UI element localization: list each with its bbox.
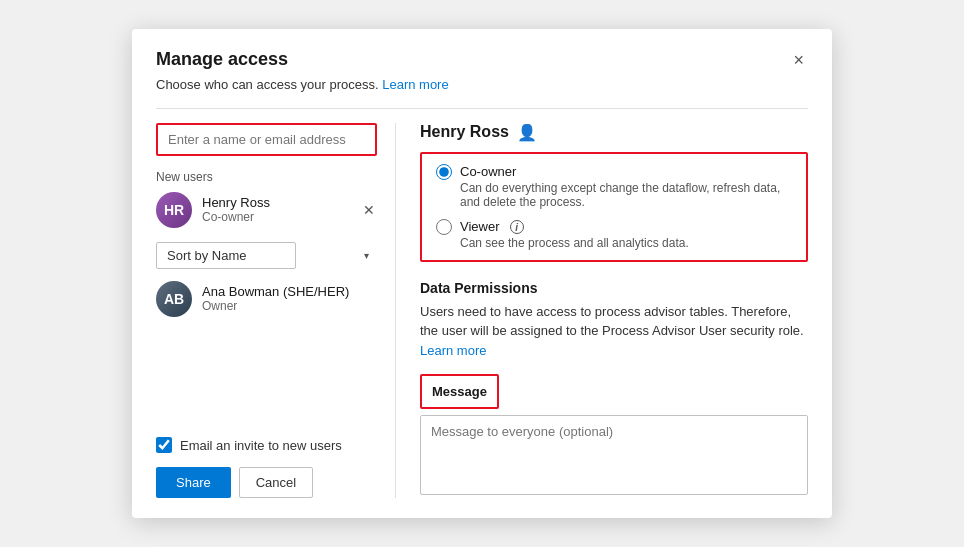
role-viewer-radio[interactable] xyxy=(436,219,452,235)
role-viewer-desc: Can see the process and all analytics da… xyxy=(460,236,792,250)
role-viewer-row: Viewer i xyxy=(436,219,792,235)
remove-henry-button[interactable]: ✕ xyxy=(361,200,377,220)
user-info-henry: Henry Ross Co-owner xyxy=(202,195,361,224)
role-coowner-radio[interactable] xyxy=(436,164,452,180)
email-invite-row: Email an invite to new users xyxy=(156,437,377,453)
user-role-ana: Owner xyxy=(202,299,377,313)
user-info-ana: Ana Bowman (SHE/HER) Owner xyxy=(202,284,377,313)
message-label: Message xyxy=(432,384,487,399)
left-bottom: Email an invite to new users Share Cance… xyxy=(156,423,377,498)
share-button[interactable]: Share xyxy=(156,467,231,498)
cancel-button[interactable]: Cancel xyxy=(239,467,313,498)
role-coowner-desc: Can do everything except change the data… xyxy=(460,181,792,209)
data-permissions-learn-more-link[interactable]: Learn more xyxy=(420,343,486,358)
user-item-ana: AB Ana Bowman (SHE/HER) Owner xyxy=(156,281,377,317)
person-icon: 👤 xyxy=(517,123,537,142)
search-input[interactable] xyxy=(158,125,375,154)
subtitle: Choose who can access your process. Lear… xyxy=(156,77,808,92)
close-button[interactable]: × xyxy=(789,49,808,71)
main-layout: New users HR Henry Ross Co-owner ✕ Sort … xyxy=(156,123,808,499)
data-permissions-text: Users need to have access to process adv… xyxy=(420,302,808,361)
left-panel: New users HR Henry Ross Co-owner ✕ Sort … xyxy=(156,123,396,499)
message-textarea[interactable] xyxy=(420,415,808,495)
role-coowner-label[interactable]: Co-owner xyxy=(460,164,516,179)
avatar-henry: HR xyxy=(156,192,192,228)
manage-access-dialog: Manage access × Choose who can access yo… xyxy=(132,29,832,519)
viewer-info-icon: i xyxy=(510,220,524,234)
button-row: Share Cancel xyxy=(156,467,377,498)
search-input-wrapper xyxy=(156,123,377,156)
email-invite-label[interactable]: Email an invite to new users xyxy=(180,438,342,453)
role-selection-box: Co-owner Can do everything except change… xyxy=(420,152,808,262)
role-viewer-label[interactable]: Viewer xyxy=(460,219,500,234)
role-coowner-row: Co-owner xyxy=(436,164,792,180)
chevron-down-icon: ▾ xyxy=(364,250,369,261)
data-permissions-title: Data Permissions xyxy=(420,280,808,296)
dialog-header: Manage access × xyxy=(156,49,808,71)
divider xyxy=(156,108,808,109)
user-item-henry: HR Henry Ross Co-owner ✕ xyxy=(156,192,377,228)
email-invite-checkbox[interactable] xyxy=(156,437,172,453)
user-name-ana: Ana Bowman (SHE/HER) xyxy=(202,284,377,299)
sort-select[interactable]: Sort by Name Sort by Role xyxy=(156,242,296,269)
data-permissions-section: Data Permissions Users need to have acce… xyxy=(420,280,808,361)
new-users-label: New users xyxy=(156,170,377,184)
role-coowner-option: Co-owner Can do everything except change… xyxy=(436,164,792,209)
message-label-box: Message xyxy=(420,374,499,409)
right-panel: Henry Ross 👤 Co-owner Can do everything … xyxy=(396,123,808,499)
role-viewer-option: Viewer i Can see the process and all ana… xyxy=(436,219,792,250)
message-section: Message xyxy=(420,374,808,498)
dialog-title: Manage access xyxy=(156,49,288,70)
avatar-ana: AB xyxy=(156,281,192,317)
sort-select-wrapper: Sort by Name Sort by Role ▾ xyxy=(156,242,377,269)
user-name-henry: Henry Ross xyxy=(202,195,361,210)
user-role-henry: Co-owner xyxy=(202,210,361,224)
selected-user-name: Henry Ross xyxy=(420,123,509,141)
selected-user-header: Henry Ross 👤 xyxy=(420,123,808,142)
learn-more-link[interactable]: Learn more xyxy=(382,77,448,92)
